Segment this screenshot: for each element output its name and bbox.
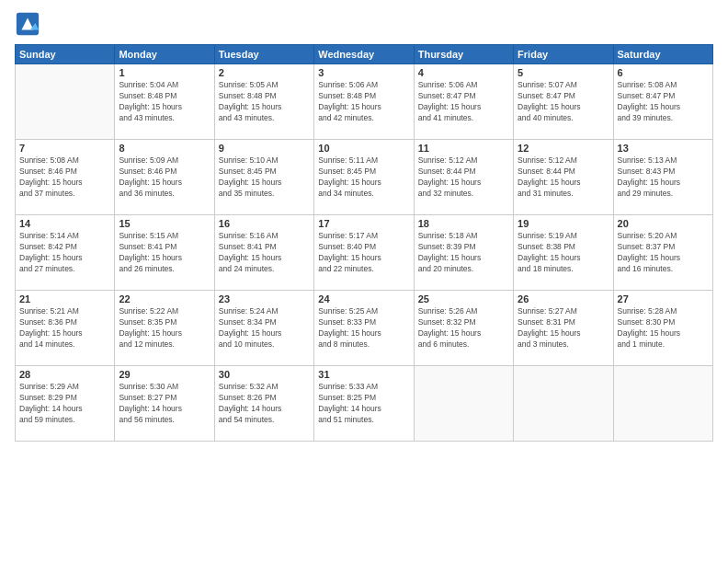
day-number: 27 <box>618 293 709 304</box>
day-info: Sunrise: 5:15 AM Sunset: 8:41 PM Dayligh… <box>119 231 210 275</box>
calendar: SundayMondayTuesdayWednesdayThursdayFrid… <box>15 44 713 442</box>
day-cell: 28Sunrise: 5:29 AM Sunset: 8:29 PM Dayli… <box>16 366 115 442</box>
day-number: 30 <box>219 369 310 380</box>
day-number: 1 <box>119 67 210 78</box>
day-info: Sunrise: 5:06 AM Sunset: 8:48 PM Dayligh… <box>318 80 409 124</box>
day-info: Sunrise: 5:27 AM Sunset: 8:31 PM Dayligh… <box>518 306 609 350</box>
day-number: 29 <box>119 369 210 380</box>
day-cell: 8Sunrise: 5:09 AM Sunset: 8:46 PM Daylig… <box>115 140 214 215</box>
day-cell: 1Sunrise: 5:04 AM Sunset: 8:48 PM Daylig… <box>115 64 214 140</box>
day-info: Sunrise: 5:25 AM Sunset: 8:33 PM Dayligh… <box>318 306 409 350</box>
day-cell: 10Sunrise: 5:11 AM Sunset: 8:45 PM Dayli… <box>314 140 414 215</box>
day-header-saturday: Saturday <box>613 45 712 64</box>
day-cell: 16Sunrise: 5:16 AM Sunset: 8:41 PM Dayli… <box>214 215 313 291</box>
day-info: Sunrise: 5:30 AM Sunset: 8:27 PM Dayligh… <box>119 382 210 426</box>
day-info: Sunrise: 5:29 AM Sunset: 8:29 PM Dayligh… <box>19 382 110 426</box>
day-number: 19 <box>518 218 609 229</box>
day-number: 9 <box>219 143 310 154</box>
day-number: 16 <box>219 218 310 229</box>
day-header-tuesday: Tuesday <box>214 45 313 64</box>
day-number: 24 <box>318 293 409 304</box>
day-number: 8 <box>119 143 210 154</box>
day-cell: 18Sunrise: 5:18 AM Sunset: 8:39 PM Dayli… <box>414 215 513 291</box>
logo-icon <box>15 11 40 37</box>
day-info: Sunrise: 5:24 AM Sunset: 8:34 PM Dayligh… <box>219 306 310 350</box>
day-cell: 25Sunrise: 5:26 AM Sunset: 8:32 PM Dayli… <box>414 291 513 366</box>
week-row-4: 21Sunrise: 5:21 AM Sunset: 8:36 PM Dayli… <box>16 291 713 366</box>
day-cell: 14Sunrise: 5:14 AM Sunset: 8:42 PM Dayli… <box>16 215 115 291</box>
day-info: Sunrise: 5:22 AM Sunset: 8:35 PM Dayligh… <box>119 306 210 350</box>
week-row-1: 1Sunrise: 5:04 AM Sunset: 8:48 PM Daylig… <box>16 64 713 140</box>
day-info: Sunrise: 5:17 AM Sunset: 8:40 PM Dayligh… <box>318 231 409 275</box>
day-info: Sunrise: 5:08 AM Sunset: 8:46 PM Dayligh… <box>19 155 110 200</box>
day-number: 22 <box>119 293 210 304</box>
day-info: Sunrise: 5:18 AM Sunset: 8:39 PM Dayligh… <box>418 231 509 275</box>
day-info: Sunrise: 5:16 AM Sunset: 8:41 PM Dayligh… <box>219 231 310 275</box>
day-cell: 12Sunrise: 5:12 AM Sunset: 8:44 PM Dayli… <box>514 140 613 215</box>
day-info: Sunrise: 5:28 AM Sunset: 8:30 PM Dayligh… <box>618 306 709 350</box>
day-cell: 13Sunrise: 5:13 AM Sunset: 8:43 PM Dayli… <box>613 140 712 215</box>
day-number: 11 <box>418 143 509 154</box>
day-info: Sunrise: 5:32 AM Sunset: 8:26 PM Dayligh… <box>219 382 310 426</box>
day-number: 15 <box>119 218 210 229</box>
day-cell: 21Sunrise: 5:21 AM Sunset: 8:36 PM Dayli… <box>16 291 115 366</box>
day-info: Sunrise: 5:11 AM Sunset: 8:45 PM Dayligh… <box>318 155 409 200</box>
header <box>15 11 713 37</box>
day-cell <box>414 366 513 442</box>
day-info: Sunrise: 5:04 AM Sunset: 8:48 PM Dayligh… <box>119 80 210 124</box>
day-info: Sunrise: 5:26 AM Sunset: 8:32 PM Dayligh… <box>418 306 509 350</box>
day-cell: 20Sunrise: 5:20 AM Sunset: 8:37 PM Dayli… <box>613 215 712 291</box>
day-number: 6 <box>618 67 709 78</box>
day-cell: 9Sunrise: 5:10 AM Sunset: 8:45 PM Daylig… <box>214 140 313 215</box>
day-number: 13 <box>618 143 709 154</box>
page: SundayMondayTuesdayWednesdayThursdayFrid… <box>0 0 728 563</box>
day-number: 31 <box>318 369 409 380</box>
day-info: Sunrise: 5:33 AM Sunset: 8:25 PM Dayligh… <box>318 382 409 426</box>
day-number: 5 <box>518 67 609 78</box>
day-number: 23 <box>219 293 310 304</box>
day-cell: 26Sunrise: 5:27 AM Sunset: 8:31 PM Dayli… <box>514 291 613 366</box>
day-number: 3 <box>318 67 409 78</box>
day-number: 14 <box>19 218 110 229</box>
day-info: Sunrise: 5:08 AM Sunset: 8:47 PM Dayligh… <box>618 80 709 124</box>
day-header-sunday: Sunday <box>16 45 115 64</box>
day-cell <box>16 64 115 140</box>
day-cell: 24Sunrise: 5:25 AM Sunset: 8:33 PM Dayli… <box>314 291 414 366</box>
day-number: 21 <box>19 293 110 304</box>
day-info: Sunrise: 5:12 AM Sunset: 8:44 PM Dayligh… <box>518 155 609 200</box>
day-number: 4 <box>418 67 509 78</box>
day-number: 12 <box>518 143 609 154</box>
week-row-3: 14Sunrise: 5:14 AM Sunset: 8:42 PM Dayli… <box>16 215 713 291</box>
day-info: Sunrise: 5:13 AM Sunset: 8:43 PM Dayligh… <box>618 155 709 200</box>
day-info: Sunrise: 5:10 AM Sunset: 8:45 PM Dayligh… <box>219 155 310 200</box>
week-row-2: 7Sunrise: 5:08 AM Sunset: 8:46 PM Daylig… <box>16 140 713 215</box>
day-info: Sunrise: 5:06 AM Sunset: 8:47 PM Dayligh… <box>418 80 509 124</box>
day-number: 28 <box>19 369 110 380</box>
day-info: Sunrise: 5:20 AM Sunset: 8:37 PM Dayligh… <box>618 231 709 275</box>
week-row-5: 28Sunrise: 5:29 AM Sunset: 8:29 PM Dayli… <box>16 366 713 442</box>
logo <box>15 11 44 37</box>
day-cell: 23Sunrise: 5:24 AM Sunset: 8:34 PM Dayli… <box>214 291 313 366</box>
calendar-header: SundayMondayTuesdayWednesdayThursdayFrid… <box>16 45 713 64</box>
day-cell: 5Sunrise: 5:07 AM Sunset: 8:47 PM Daylig… <box>514 64 613 140</box>
day-cell <box>613 366 712 442</box>
day-cell: 31Sunrise: 5:33 AM Sunset: 8:25 PM Dayli… <box>314 366 414 442</box>
day-cell: 2Sunrise: 5:05 AM Sunset: 8:48 PM Daylig… <box>214 64 313 140</box>
day-number: 2 <box>219 67 310 78</box>
day-cell: 19Sunrise: 5:19 AM Sunset: 8:38 PM Dayli… <box>514 215 613 291</box>
day-header-wednesday: Wednesday <box>314 45 414 64</box>
day-number: 26 <box>518 293 609 304</box>
day-info: Sunrise: 5:05 AM Sunset: 8:48 PM Dayligh… <box>219 80 310 124</box>
day-number: 7 <box>19 143 110 154</box>
day-number: 10 <box>318 143 409 154</box>
day-cell: 6Sunrise: 5:08 AM Sunset: 8:47 PM Daylig… <box>613 64 712 140</box>
day-cell: 22Sunrise: 5:22 AM Sunset: 8:35 PM Dayli… <box>115 291 214 366</box>
day-number: 25 <box>418 293 509 304</box>
day-header-monday: Monday <box>115 45 214 64</box>
calendar-body: 1Sunrise: 5:04 AM Sunset: 8:48 PM Daylig… <box>16 64 713 442</box>
day-cell: 3Sunrise: 5:06 AM Sunset: 8:48 PM Daylig… <box>314 64 414 140</box>
day-header-friday: Friday <box>514 45 613 64</box>
day-number: 20 <box>618 218 709 229</box>
day-header-thursday: Thursday <box>414 45 513 64</box>
day-number: 17 <box>318 218 409 229</box>
